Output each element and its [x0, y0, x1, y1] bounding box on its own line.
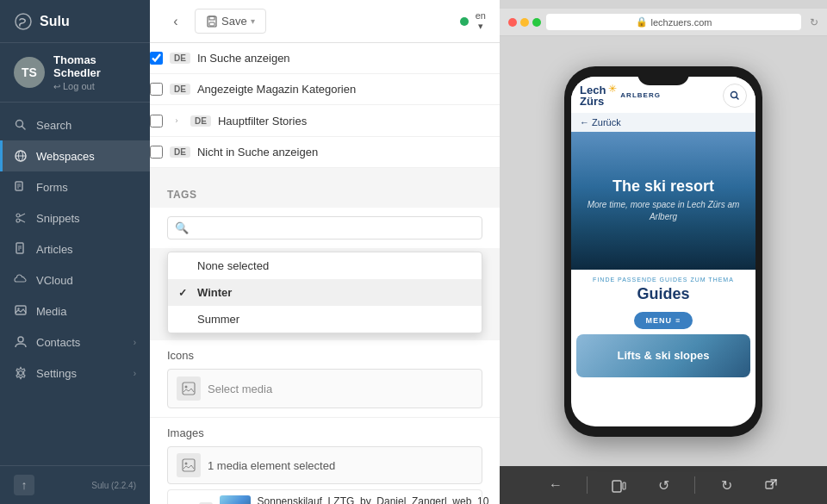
phone-menu-bar: MENU ≡: [571, 312, 755, 329]
svg-rect-34: [623, 482, 625, 489]
browser-url-bar[interactable]: 🔒 lechzuers.com: [546, 14, 801, 30]
checkbox-nicht-suche[interactable]: [150, 146, 163, 159]
svg-line-2: [22, 127, 26, 130]
lang-badge: DE: [170, 84, 190, 95]
browser-url: lechzuers.com: [651, 17, 712, 28]
browser-reload-button[interactable]: ↻: [810, 16, 818, 28]
save-button[interactable]: Save ▾: [195, 9, 266, 34]
sidebar-item-label: Search: [36, 119, 72, 132]
refresh-button[interactable]: ↺: [650, 471, 677, 499]
external-link-button[interactable]: [757, 471, 785, 499]
toolbar-divider: [587, 476, 588, 494]
sulu-logo-icon: [14, 12, 33, 31]
search-icon: [14, 118, 28, 132]
media-picker-label: Select media: [208, 383, 272, 395]
tags-section: 🔍: [150, 208, 500, 248]
dropdown-item-winter[interactable]: ✓ Winter: [168, 279, 482, 306]
checkbox-magazin[interactable]: [150, 83, 163, 96]
image-thumbnail: [220, 495, 251, 504]
dropdown-item-none[interactable]: None selected: [168, 252, 482, 279]
checkbox-item-hauptfilter: › DE Hauptfilter Stories: [150, 105, 500, 137]
back-button[interactable]: ‹: [164, 9, 188, 34]
image-icon: [14, 304, 28, 318]
checkbox-hauptfilter[interactable]: [150, 115, 163, 128]
sidebar-item-label: VCloud: [36, 274, 73, 287]
sidebar-item-snippets[interactable]: Snippets: [0, 202, 150, 233]
preview-toolbar: ← ↺ ↻: [500, 466, 827, 504]
language-selector[interactable]: en ▾: [476, 10, 486, 32]
device-toggle-button[interactable]: [605, 471, 632, 499]
check-icon: ✓: [178, 287, 190, 299]
tags-section-label: Tags: [150, 177, 500, 208]
scissors-icon: [14, 211, 28, 225]
preview-area: 🔒 lechzuers.com ↻ Lech ✳ Zürs: [500, 0, 827, 504]
phone-frame: Lech ✳ Zürs ARLBERG: [564, 66, 762, 437]
close-window-button[interactable]: [508, 18, 517, 27]
sidebar-item-forms[interactable]: Forms: [0, 171, 150, 202]
sidebar-item-webspaces[interactable]: Webspaces: [0, 140, 150, 171]
images-select-bar[interactable]: 1 media element selected: [167, 446, 482, 484]
status-indicator: [460, 17, 469, 26]
svg-line-32: [737, 96, 739, 99]
preview-back-button[interactable]: ←: [542, 471, 569, 499]
phone-hero-title: The ski resort: [612, 177, 714, 196]
sidebar-item-articles[interactable]: Articles: [0, 233, 150, 264]
svg-point-11: [16, 219, 20, 222]
icons-media-picker[interactable]: Select media: [167, 369, 482, 408]
user-icon: [14, 335, 28, 349]
svg-rect-23: [209, 16, 215, 20]
images-section-title: Images: [167, 426, 482, 439]
icons-section: Icons Select media: [150, 340, 500, 417]
svg-rect-25: [183, 383, 195, 395]
edit-icon: [14, 180, 28, 194]
update-icon[interactable]: ↑: [14, 475, 34, 495]
svg-point-10: [16, 214, 20, 217]
phone-notch: [637, 66, 689, 85]
image-delete-button[interactable]: 🗑: [495, 501, 500, 504]
save-label: Save: [221, 15, 247, 28]
phone-guides-section: FINDE PASSENDE GUIDES ZUM THEMA Guides: [571, 270, 755, 307]
svg-rect-27: [183, 459, 195, 471]
checkbox-in-suche[interactable]: [150, 52, 163, 65]
sidebar-item-label: Settings: [36, 367, 77, 380]
phone-search-button[interactable]: [723, 84, 747, 108]
sidebar-item-label: Articles: [36, 243, 73, 256]
svg-rect-24: [209, 22, 215, 26]
tags-search-input[interactable]: [194, 221, 475, 234]
sidebar-item-contacts[interactable]: Contacts ›: [0, 327, 150, 358]
sidebar-item-vcloud[interactable]: VCloud: [0, 264, 150, 296]
dropdown-item-summer[interactable]: Summer: [168, 306, 482, 333]
reload-button[interactable]: ↻: [712, 471, 740, 499]
back-label: ← Zurück: [580, 117, 621, 128]
lock-icon: 🔒: [636, 16, 648, 28]
tags-dropdown: None selected ✓ Winter Summer: [167, 252, 482, 333]
logo-arlberg: ARLBERG: [620, 91, 661, 99]
maximize-window-button[interactable]: [532, 18, 541, 27]
user-name: Thomas Schedler: [53, 53, 136, 79]
minimize-window-button[interactable]: [520, 18, 529, 27]
sidebar-item-label: Media: [36, 305, 66, 318]
sidebar-item-media[interactable]: Media: [0, 296, 150, 327]
save-chevron-icon: ▾: [251, 16, 255, 26]
browser-bar: 🔒 lechzuers.com ↻: [500, 9, 827, 36]
logout-button[interactable]: ↩ Log out: [53, 81, 136, 91]
sidebar-user-section: TS Thomas Schedler ↩ Log out: [0, 43, 150, 103]
lang-badge: DE: [190, 115, 211, 127]
checkbox-label: Angezeigte Magazin Kategorien: [197, 83, 356, 96]
expand-chevron-icon[interactable]: ›: [170, 114, 183, 128]
hamburger-icon: ≡: [675, 316, 681, 325]
images-media-icon: [177, 453, 201, 477]
sidebar-footer: ↑ Sulu (2.2.4): [0, 465, 150, 504]
save-icon: [206, 16, 218, 28]
svg-point-20: [18, 337, 23, 342]
lifts-label: Lifts & ski slopes: [618, 349, 710, 362]
svg-point-26: [185, 386, 188, 389]
sidebar-item-search[interactable]: Search: [0, 109, 150, 140]
phone-lifts-card: Lifts & ski slopes: [576, 334, 750, 377]
sidebar-item-settings[interactable]: Settings ›: [0, 358, 150, 389]
sidebar-item-label: Forms: [36, 181, 68, 194]
nav-items: Search Webspaces Forms Snippets Articles…: [0, 103, 150, 465]
browser-traffic-lights: [508, 18, 541, 27]
phone-menu-button[interactable]: MENU ≡: [634, 312, 693, 329]
globe-icon: [14, 149, 28, 163]
